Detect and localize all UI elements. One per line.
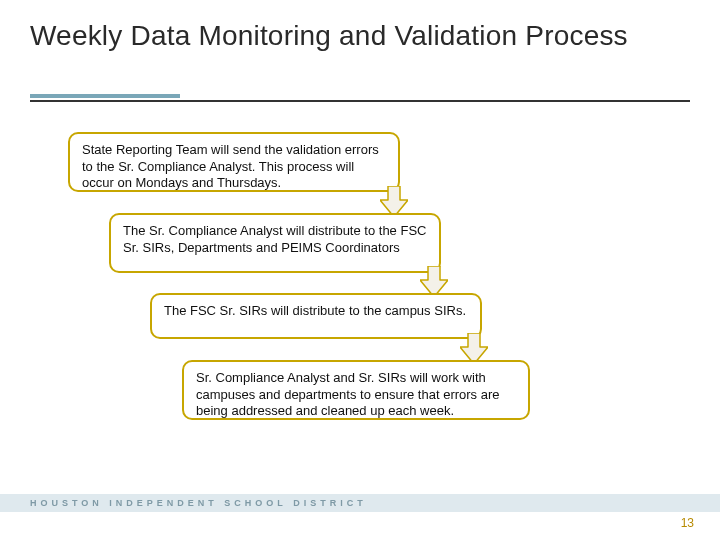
process-step-text: State Reporting Team will send the valid…: [82, 142, 379, 190]
process-step: Sr. Compliance Analyst and Sr. SIRs will…: [182, 360, 530, 420]
process-step: The FSC Sr. SIRs will distribute to the …: [150, 293, 482, 339]
title-underline: [30, 100, 690, 102]
slide-title: Weekly Data Monitoring and Validation Pr…: [30, 18, 690, 53]
process-step-text: Sr. Compliance Analyst and Sr. SIRs will…: [196, 370, 500, 418]
process-step: State Reporting Team will send the valid…: [68, 132, 400, 192]
process-step-text: The Sr. Compliance Analyst will distribu…: [123, 223, 426, 255]
process-step-text: The FSC Sr. SIRs will distribute to the …: [164, 303, 466, 318]
footer-org-name: HOUSTON INDEPENDENT SCHOOL DISTRICT: [0, 494, 720, 512]
title-accent-bar: [30, 94, 180, 98]
page-number: 13: [681, 516, 694, 530]
footer-bar: HOUSTON INDEPENDENT SCHOOL DISTRICT: [0, 494, 720, 512]
process-step: The Sr. Compliance Analyst will distribu…: [109, 213, 441, 273]
